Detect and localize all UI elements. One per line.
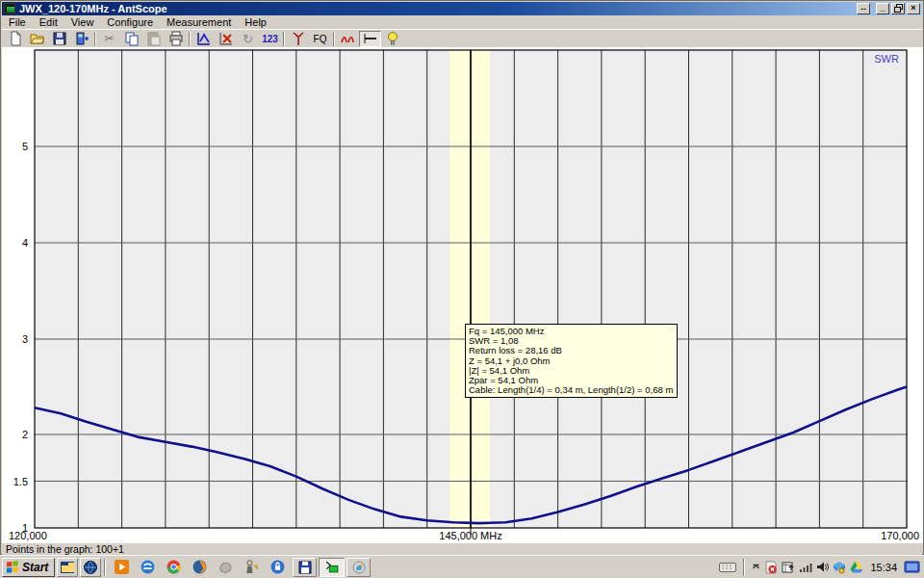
cut-button[interactable]: ✂ — [98, 31, 120, 47]
quicklaunch-messenger[interactable] — [213, 558, 239, 577]
toolbar-separator — [283, 32, 285, 46]
lock-icon — [270, 559, 286, 575]
frequency-button[interactable]: FQ — [309, 31, 331, 47]
close-icon[interactable]: × — [907, 3, 920, 14]
quicklaunch-remote-key[interactable] — [239, 558, 265, 577]
paste-button[interactable] — [142, 31, 165, 47]
title-bar: JWX_120-170MHz - AntScope ↔ _ × — [2, 2, 922, 15]
connect-device-button[interactable] — [70, 31, 92, 47]
print-button[interactable] — [165, 31, 187, 47]
task-swirl[interactable] — [346, 558, 371, 577]
y-tick-label: 3 — [22, 333, 28, 345]
antscope-app-icon[interactable] — [4, 3, 15, 14]
y-tick-label: 5 — [22, 141, 28, 152]
new-icon — [8, 31, 23, 46]
network-display-icon[interactable] — [904, 561, 920, 574]
cursor-tooltip: Fq = 145,000 MHz SWR = 1,08 Return loss … — [465, 324, 678, 398]
y-tick-label: 2 — [22, 429, 28, 440]
chrome-icon — [166, 559, 182, 575]
google-drive-icon[interactable] — [850, 561, 863, 573]
quicklaunch-chrome[interactable] — [161, 558, 187, 577]
remote-key-icon — [244, 559, 260, 575]
cancel-graph-icon — [218, 31, 234, 46]
cut-icon: ✂ — [104, 32, 114, 45]
menu-bar: File Edit View Configure Measurement Hel… — [2, 15, 922, 29]
volume-icon[interactable] — [816, 561, 829, 573]
start-button[interactable]: Start — [2, 558, 55, 577]
fq-icon: FQ — [314, 34, 327, 44]
menu-file[interactable]: File — [2, 15, 33, 29]
quicklaunch-explorer[interactable] — [57, 558, 78, 577]
quicklaunch-browser[interactable] — [80, 558, 101, 577]
quicklaunch-internet-explorer[interactable] — [135, 558, 161, 577]
menu-edit[interactable]: Edit — [33, 15, 64, 29]
swr-plot[interactable]: 11.52345 — [2, 47, 923, 543]
system-tray: 15:34 — [719, 559, 924, 576]
y-tick-label: 1.5 — [13, 476, 28, 487]
swr-corner-label: SWR — [870, 53, 903, 65]
status-bar: Points in the graph: 100+1 — [2, 543, 922, 555]
open-button[interactable] — [26, 31, 48, 47]
save-button[interactable] — [48, 31, 70, 47]
open-icon — [30, 31, 45, 46]
swr-flat-graph-button[interactable] — [359, 31, 381, 47]
keyboard-icon[interactable] — [719, 561, 736, 573]
y-tick-label: 4 — [22, 237, 28, 249]
tray-clock[interactable]: 15:34 — [867, 562, 900, 573]
save-icon — [52, 31, 67, 46]
x-axis-label-center: 145,000 MHz — [439, 530, 501, 541]
cursor-band — [449, 50, 490, 528]
status-text: Points in the graph: 100+1 — [6, 543, 124, 555]
menu-measurement[interactable]: Measurement — [160, 15, 238, 29]
rl-curve-button[interactable] — [337, 31, 359, 47]
quicklaunch-firefox[interactable] — [187, 558, 213, 577]
paste-icon — [146, 31, 162, 46]
firefox-icon — [192, 559, 208, 575]
copy-icon — [124, 31, 140, 46]
quicklaunch-media-player[interactable] — [109, 558, 135, 577]
task-antscope[interactable] — [319, 558, 345, 577]
quicklaunch-lock[interactable] — [265, 558, 291, 577]
toolbar: ✂ ↻ 123 FQ — [2, 29, 922, 47]
new-button[interactable] — [4, 31, 26, 47]
antivirus-icon[interactable] — [764, 561, 778, 574]
antscope-window: JWX_120-170MHz - AntScope ↔ _ × File Edi… — [0, 0, 924, 555]
resize-icon[interactable]: ↔ — [857, 3, 870, 14]
browser-ball-icon — [83, 560, 98, 575]
refresh-icon: ↻ — [243, 32, 253, 46]
menu-help[interactable]: Help — [238, 15, 273, 29]
taskbar-divider — [104, 559, 106, 576]
minimize-icon[interactable]: _ — [876, 3, 889, 14]
hidden-icons-icon[interactable] — [752, 562, 760, 573]
task-save-tool[interactable] — [293, 558, 317, 577]
internet-explorer-icon — [140, 559, 156, 575]
swr-flat-graph-icon — [363, 31, 378, 46]
window-title: JWX_120-170MHz - AntScope — [19, 3, 167, 14]
numbers-button[interactable]: 123 — [259, 31, 281, 47]
signal-bars-icon[interactable] — [799, 562, 812, 573]
explorer-icon — [60, 560, 75, 575]
print-icon — [168, 31, 184, 46]
antenna-icon — [291, 31, 306, 46]
chart-area: 11.52345 SWR Fq = 145,000 MHz SWR = 1,08… — [2, 47, 923, 543]
numbers-icon: 123 — [262, 34, 278, 44]
messenger-icon — [218, 559, 234, 575]
help-button[interactable] — [381, 31, 403, 47]
tooltip-cable: Cable: Length(1/4) = 0,34 m, Length(1/2)… — [469, 385, 673, 395]
toolbar-separator — [189, 32, 191, 46]
refresh-button[interactable]: ↻ — [237, 31, 259, 47]
swirl-icon — [351, 560, 367, 575]
taskbar: Start — [0, 555, 924, 578]
antenna-button[interactable] — [287, 31, 309, 47]
cancel-graph-button[interactable] — [215, 31, 237, 47]
show-graph-button[interactable] — [192, 31, 215, 47]
toolbar-separator — [333, 32, 335, 46]
dropbox-icon[interactable] — [833, 561, 846, 574]
scheduler-icon[interactable] — [782, 561, 795, 574]
x-axis-label-min: 120,000 — [9, 530, 47, 541]
help-icon — [385, 31, 400, 46]
maximize-icon[interactable] — [891, 3, 905, 14]
menu-view[interactable]: View — [64, 15, 101, 29]
menu-configure[interactable]: Configure — [100, 15, 160, 29]
copy-button[interactable] — [120, 31, 142, 47]
